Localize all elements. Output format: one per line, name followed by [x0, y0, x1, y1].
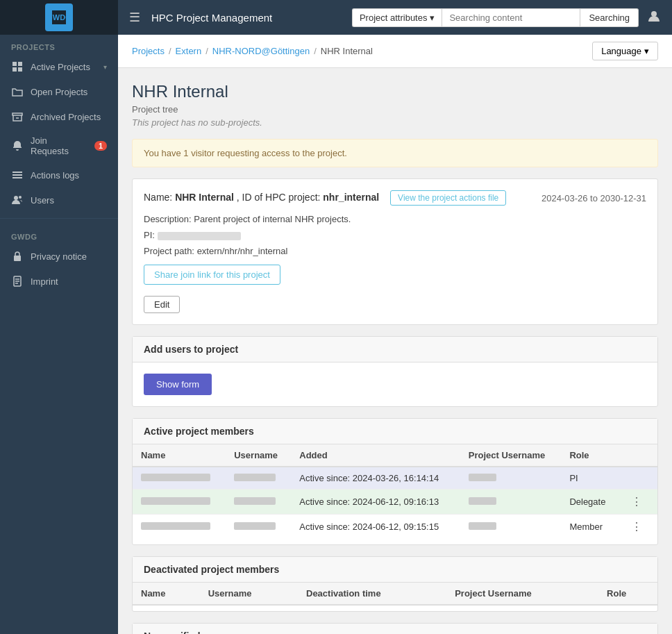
col-username: Username: [200, 583, 298, 605]
logo-icon: GWDG: [45, 3, 73, 31]
breadcrumb-nhr-nord[interactable]: NHR-NORD@Göttingen: [212, 46, 310, 56]
imprint-label: Imprint: [31, 276, 58, 287]
id-label: , ID of HPC project:: [237, 192, 321, 203]
member-name: [133, 515, 226, 540]
blurred-proj-user: [469, 522, 496, 530]
folder-open-icon: [11, 85, 24, 98]
project-info-card: Name: NHR Internal , ID of HPC project: …: [132, 178, 658, 325]
member-project-username: [460, 490, 562, 515]
logo-area: GWDG: [0, 0, 118, 35]
svg-rect-13: [12, 174, 22, 176]
active-projects-chevron: ▾: [103, 63, 107, 71]
gwdg-section-title: GWDG: [0, 224, 118, 244]
non-verified-header: Non-verified users: [133, 624, 657, 634]
svg-rect-12: [12, 172, 22, 173]
blurred-username: [234, 474, 276, 481]
sidebar-item-imprint[interactable]: Imprint: [0, 269, 118, 294]
member-added: Active since: 2024-06-12, 09:15:15: [291, 515, 460, 540]
sidebar-item-actions-logs[interactable]: Actions logs: [0, 162, 118, 187]
chevron-down-icon: ▾: [430, 12, 435, 23]
project-name-row: Name: NHR Internal , ID of HPC project: …: [144, 190, 646, 206]
svg-point-15: [14, 196, 18, 200]
svg-point-6: [651, 11, 657, 17]
name-label: Name:: [144, 192, 172, 203]
blurred-proj-user: [469, 474, 496, 481]
member-actions-empty: [619, 467, 657, 490]
share-link-button[interactable]: Share join link for this project: [144, 265, 280, 285]
breadcrumb: Projects / Extern / NHR-NORD@Göttingen /…: [132, 46, 373, 56]
sidebar-item-active-projects[interactable]: Active Projects ▾: [0, 54, 118, 79]
lock-icon: [11, 250, 24, 262]
active-members-table-wrap: Name Username Added Project Username Rol…: [133, 444, 657, 544]
active-members-table: Name Username Added Project Username Rol…: [133, 444, 657, 539]
svg-rect-17: [14, 256, 21, 261]
sidebar-item-join-requests[interactable]: Join Requests 1: [0, 129, 118, 162]
hamburger-button[interactable]: ☰: [129, 10, 140, 25]
svg-rect-7: [12, 62, 17, 66]
search-input[interactable]: [442, 8, 580, 27]
search-button[interactable]: Searching: [580, 8, 639, 27]
description-row: Description: Parent project of internal …: [144, 214, 646, 224]
col-deactivation: Deactivation time: [298, 583, 446, 605]
deactivated-members-header: Deactivated project members: [133, 557, 657, 583]
member-actions: ⋮: [619, 515, 657, 540]
app-title: HPC Project Management: [151, 12, 352, 24]
archive-icon: [11, 110, 24, 123]
desc-label: Description:: [144, 214, 192, 224]
user-icon[interactable]: [647, 9, 661, 26]
breadcrumb-extern[interactable]: Extern: [176, 46, 202, 56]
project-info-body: Name: NHR Internal , ID of HPC project: …: [133, 179, 657, 324]
row-actions-button[interactable]: ⋮: [627, 494, 646, 509]
blurred-name: [141, 474, 210, 481]
id-value: nhr_internal: [323, 192, 379, 203]
breadcrumb-projects[interactable]: Projects: [132, 46, 165, 56]
doc-icon: [11, 275, 24, 287]
join-requests-badge: 1: [94, 141, 107, 151]
search-bar: Project attributes ▾ Searching: [352, 8, 639, 27]
col-project-username: Project Username: [460, 444, 562, 467]
sidebar-item-archived-projects[interactable]: Archived Projects: [0, 104, 118, 129]
users-label: Users: [31, 195, 54, 206]
member-username: [226, 490, 291, 515]
table-row: Active since: 2024-03-26, 16:14:14 PI: [133, 467, 657, 490]
add-users-section: Add users to project Show form: [132, 336, 658, 407]
language-chevron-icon: ▾: [644, 46, 649, 56]
grid-icon: [11, 60, 24, 73]
pi-value: [158, 232, 241, 240]
project-name-section: Name: NHR Internal , ID of HPC project: …: [144, 190, 506, 206]
show-form-button[interactable]: Show form: [144, 374, 212, 395]
view-actions-button[interactable]: View the project actions file: [390, 190, 506, 206]
member-actions: ⋮: [619, 490, 657, 515]
users-icon: [11, 194, 24, 206]
col-name: Name: [133, 583, 200, 605]
sidebar-item-privacy-notice[interactable]: Privacy notice: [0, 244, 118, 269]
row-actions-button[interactable]: ⋮: [627, 519, 646, 534]
col-name: Name: [133, 444, 226, 467]
svg-text:GWDG: GWDG: [47, 13, 71, 22]
no-subprojects-text: This project has no sub-projects.: [132, 117, 658, 128]
col-added: Added: [291, 444, 460, 467]
desc-value: Parent project of internal NHR projects.: [194, 214, 351, 224]
col-role: Role: [561, 444, 618, 467]
projects-section-title: PROJECTS: [0, 35, 118, 54]
breadcrumb-current: NHR Internal: [321, 46, 373, 56]
active-members-section: Active project members Name Username Add…: [132, 418, 658, 545]
member-username: [226, 515, 291, 540]
edit-button[interactable]: Edit: [144, 296, 180, 313]
sidebar-item-users[interactable]: Users: [0, 187, 118, 212]
breadcrumb-sep-3: /: [314, 46, 317, 56]
table-row: Active since: 2024-06-12, 09:16:13 Deleg…: [133, 490, 657, 515]
project-attr-button[interactable]: Project attributes ▾: [352, 8, 442, 27]
pi-row: PI:: [144, 230, 646, 240]
project-tree-label: Project tree: [132, 104, 658, 115]
path-value: extern/nhr/nhr_internal: [197, 246, 288, 256]
main-content: Projects / Extern / NHR-NORD@Göttingen /…: [118, 35, 672, 634]
sidebar-item-open-projects[interactable]: Open Projects: [0, 79, 118, 104]
pi-label: PI:: [144, 230, 155, 240]
svg-point-16: [19, 196, 22, 199]
deactivated-members-section: Deactivated project members Name Usernam…: [132, 556, 658, 612]
page-title: NHR Internal: [132, 82, 658, 101]
list-icon: [11, 169, 24, 181]
breadcrumb-sep-1: /: [169, 46, 171, 56]
language-button[interactable]: Language ▾: [592, 42, 658, 60]
